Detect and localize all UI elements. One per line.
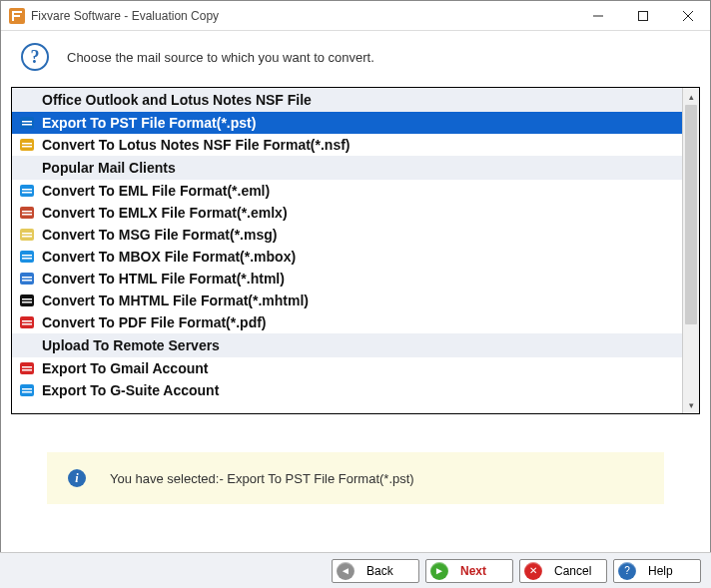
list-item-label: Convert To Lotus Notes NSF File Format(*… xyxy=(42,137,351,153)
svg-rect-25 xyxy=(22,280,32,282)
svg-rect-5 xyxy=(20,117,34,129)
scroll-up-button[interactable]: ▴ xyxy=(683,88,699,105)
msg-icon xyxy=(18,227,36,243)
svg-rect-36 xyxy=(22,388,32,390)
svg-rect-10 xyxy=(22,146,32,148)
list-item-label: Convert To MBOX File Format(*.mbox) xyxy=(42,249,296,265)
svg-rect-21 xyxy=(22,255,32,257)
list-item-label: Convert To MSG File Format(*.msg) xyxy=(42,227,277,243)
list-section-header: Popular Mail Clients xyxy=(12,156,699,180)
wizard-prompt: Choose the mail source to which you want… xyxy=(67,50,374,65)
cancel-icon: ✕ xyxy=(524,562,542,580)
minimize-button[interactable] xyxy=(575,1,620,31)
list-item[interactable]: Export To PST File Format(*.pst) xyxy=(12,112,682,134)
svg-rect-30 xyxy=(22,320,32,322)
svg-rect-24 xyxy=(22,277,32,279)
svg-rect-35 xyxy=(20,384,34,396)
help-button-label: Help xyxy=(648,564,673,578)
svg-rect-17 xyxy=(20,229,34,241)
cancel-button[interactable]: ✕ Cancel xyxy=(519,559,607,583)
list-item[interactable]: Convert To HTML File Format(*.html) xyxy=(12,268,682,290)
scroll-down-button[interactable]: ▾ xyxy=(683,396,699,413)
svg-rect-28 xyxy=(22,301,32,303)
app-logo-icon xyxy=(9,8,25,24)
question-icon: ? xyxy=(21,43,49,71)
titlebar: Fixvare Software - Evaluation Copy xyxy=(1,1,710,31)
svg-rect-23 xyxy=(20,273,34,285)
scrollbar[interactable]: ▴ ▾ xyxy=(682,88,699,413)
wizard-header: ? Choose the mail source to which you wa… xyxy=(1,31,710,87)
svg-rect-9 xyxy=(22,143,32,145)
list-item[interactable]: Export To G-Suite Account xyxy=(12,379,682,401)
list-item[interactable]: Convert To Lotus Notes NSF File Format(*… xyxy=(12,134,682,156)
minimize-icon xyxy=(593,11,603,21)
next-button[interactable]: ► Next xyxy=(425,559,513,583)
list-item[interactable]: Convert To EML File Format(*.eml) xyxy=(12,180,682,202)
svg-rect-8 xyxy=(20,139,34,151)
selection-notice: i You have selected:- Export To PST File… xyxy=(47,452,664,504)
help-button[interactable]: ? Help xyxy=(613,559,701,583)
list-item[interactable]: Export To Gmail Account xyxy=(12,357,682,379)
svg-rect-7 xyxy=(22,124,32,126)
list-item[interactable]: Convert To PDF File Format(*.pdf) xyxy=(12,311,682,333)
close-icon xyxy=(683,11,693,21)
svg-rect-26 xyxy=(20,294,34,306)
gsuite-icon xyxy=(18,382,36,398)
close-button[interactable] xyxy=(665,1,710,31)
back-button-label: Back xyxy=(366,564,393,578)
gmail-icon xyxy=(18,360,36,376)
svg-rect-37 xyxy=(22,391,32,393)
list-section-header: Upload To Remote Servers xyxy=(12,333,699,357)
svg-rect-16 xyxy=(22,214,32,216)
pst-icon xyxy=(18,115,36,131)
list-item[interactable]: Convert To MHTML File Format(*.mhtml) xyxy=(12,290,682,311)
eml-icon xyxy=(18,183,36,199)
svg-rect-34 xyxy=(22,369,32,371)
mhtml-icon xyxy=(18,293,36,308)
list-section-header: Office Outlook and Lotus Notes NSF File xyxy=(12,88,699,112)
format-listbox[interactable]: Office Outlook and Lotus Notes NSF FileE… xyxy=(11,87,700,414)
help-icon: ? xyxy=(618,562,636,580)
window-title: Fixvare Software - Evaluation Copy xyxy=(31,9,575,23)
list-item-label: Export To PST File Format(*.pst) xyxy=(42,115,256,131)
maximize-button[interactable] xyxy=(620,1,665,31)
list-item-label: Convert To EML File Format(*.eml) xyxy=(42,183,270,199)
list-item[interactable]: Convert To MSG File Format(*.msg) xyxy=(12,224,682,246)
svg-rect-18 xyxy=(22,233,32,235)
list-item[interactable]: Convert To MBOX File Format(*.mbox) xyxy=(12,246,682,268)
list-item-label: Convert To MHTML File Format(*.mhtml) xyxy=(42,293,309,308)
selection-notice-text: You have selected:- Export To PST File F… xyxy=(110,471,414,486)
back-arrow-icon: ◄ xyxy=(337,562,355,580)
svg-rect-2 xyxy=(638,11,647,20)
list-item-label: Convert To HTML File Format(*.html) xyxy=(42,271,285,287)
nsf-icon xyxy=(18,137,36,153)
svg-rect-33 xyxy=(22,366,32,368)
list-item[interactable]: Convert To EMLX File Format(*.emlx) xyxy=(12,202,682,224)
svg-rect-22 xyxy=(22,258,32,260)
svg-rect-20 xyxy=(20,251,34,263)
back-button[interactable]: ◄ Back xyxy=(332,559,419,583)
svg-rect-13 xyxy=(22,192,32,194)
svg-rect-6 xyxy=(22,121,32,123)
list-item-label: Convert To PDF File Format(*.pdf) xyxy=(42,314,267,330)
svg-rect-31 xyxy=(22,323,32,325)
svg-rect-19 xyxy=(22,236,32,238)
svg-rect-29 xyxy=(20,316,34,328)
maximize-icon xyxy=(638,11,648,21)
info-icon: i xyxy=(68,469,86,487)
svg-rect-32 xyxy=(20,362,34,374)
svg-rect-14 xyxy=(20,207,34,219)
svg-rect-12 xyxy=(22,189,32,191)
list-item-label: Export To G-Suite Account xyxy=(42,382,219,398)
mbox-icon xyxy=(18,249,36,265)
scroll-thumb[interactable] xyxy=(685,105,697,324)
next-arrow-icon: ► xyxy=(430,562,448,580)
pdf-icon xyxy=(18,314,36,330)
emlx-icon xyxy=(18,205,36,221)
wizard-footer: ◄ Back ► Next ✕ Cancel ? Help xyxy=(0,552,711,588)
svg-rect-15 xyxy=(22,211,32,213)
next-button-label: Next xyxy=(460,564,486,578)
list-item-label: Convert To EMLX File Format(*.emlx) xyxy=(42,205,288,221)
html-icon xyxy=(18,271,36,287)
cancel-button-label: Cancel xyxy=(554,564,591,578)
